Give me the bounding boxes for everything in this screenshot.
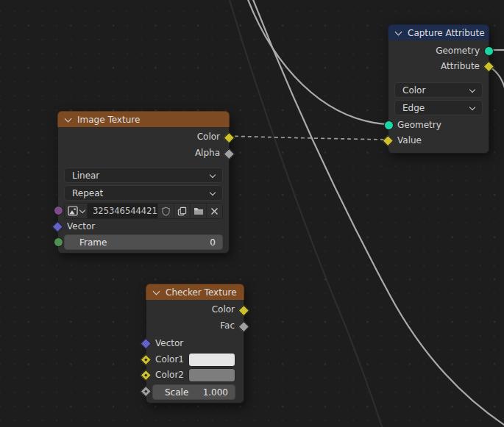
interpolation-dropdown[interactable]: Linear [64, 168, 223, 183]
input-label-color1: Color1 [155, 354, 184, 365]
output-label-color: Color [212, 304, 235, 315]
output-label-geometry: Geometry [436, 46, 480, 56]
frame-number-field[interactable]: Frame 0 [64, 234, 223, 250]
output-label-color: Color [197, 132, 220, 142]
input-label-vector: Vector [67, 221, 95, 232]
node-editor-canvas[interactable]: Capture Attribute Geometry Attribute Col… [0, 0, 504, 427]
node-title: Checker Texture [166, 287, 237, 298]
output-label-attribute: Attribute [441, 61, 480, 71]
image-datablock-row: 3253465444212.p... [64, 203, 223, 219]
close-x-icon [210, 207, 219, 215]
socket-geometry-output[interactable] [484, 46, 494, 56]
copy-icon [177, 207, 187, 216]
input-label-color2: Color2 [155, 370, 184, 380]
folder-icon [194, 207, 204, 216]
image-name-field[interactable]: 3253465444212.p... [87, 204, 157, 218]
scale-field-value: 1.000 [203, 387, 228, 398]
fake-user-shield-button[interactable] [157, 204, 174, 218]
frame-field-label: Frame [79, 237, 107, 248]
dropdown-value: Linear [72, 171, 99, 181]
node-title: Image Texture [77, 115, 140, 125]
chevron-down-icon [469, 86, 475, 92]
dropdown-value: Repeat [72, 188, 103, 198]
duplicate-data-button[interactable] [174, 204, 190, 218]
color2-swatch[interactable] [188, 368, 235, 382]
color1-swatch[interactable] [188, 353, 235, 367]
domain-dropdown[interactable]: Edge [394, 100, 483, 115]
wire-to-geometry-input [247, 0, 386, 124]
chevron-down-icon [79, 207, 85, 213]
output-label-alpha: Alpha [195, 148, 220, 158]
shield-icon [161, 207, 171, 216]
socket-geometry-input[interactable] [384, 121, 394, 130]
data-type-dropdown[interactable]: Color [394, 82, 483, 98]
frame-field-value: 0 [210, 237, 216, 248]
input-label-geometry: Geometry [397, 120, 441, 130]
socket-frame-input[interactable] [54, 237, 63, 247]
node-header-image-texture[interactable]: Image Texture [57, 111, 230, 127]
collapse-chevron-icon[interactable] [153, 287, 160, 295]
node-header-checker-texture[interactable]: Checker Texture [146, 284, 244, 300]
image-browse-button[interactable] [65, 204, 87, 218]
scale-number-field[interactable]: Scale 1.000 [152, 384, 235, 400]
node-title: Capture Attribute [408, 28, 485, 38]
node-header-capture-attribute[interactable]: Capture Attribute [388, 24, 489, 40]
socket-image-datablock[interactable] [54, 206, 63, 215]
collapse-chevron-icon[interactable] [395, 28, 402, 35]
node-capture-attribute[interactable]: Capture Attribute Geometry Attribute Col… [388, 24, 489, 154]
output-label-fac: Fac [220, 320, 235, 331]
unlink-image-button[interactable] [206, 204, 222, 218]
dropdown-value: Color [402, 85, 425, 96]
chevron-down-icon [210, 189, 216, 195]
chevron-down-icon [210, 171, 216, 177]
dropdown-value: Edge [402, 103, 425, 113]
node-image-texture[interactable]: Image Texture Color Alpha Linear Repeat [57, 111, 230, 254]
wire-faint-passthrough [229, 0, 383, 427]
scale-field-label: Scale [165, 387, 188, 398]
collapse-chevron-icon[interactable] [65, 115, 72, 122]
node-checker-texture[interactable]: Checker Texture Color Fac Vector Color1 … [146, 284, 244, 403]
extension-dropdown[interactable]: Repeat [64, 185, 223, 201]
image-icon [68, 206, 78, 216]
wire-color-to-value-field-link [228, 136, 388, 140]
chevron-down-icon [469, 104, 475, 110]
input-label-value: Value [397, 135, 422, 146]
open-image-button[interactable] [190, 204, 206, 218]
input-label-vector: Vector [155, 338, 183, 348]
